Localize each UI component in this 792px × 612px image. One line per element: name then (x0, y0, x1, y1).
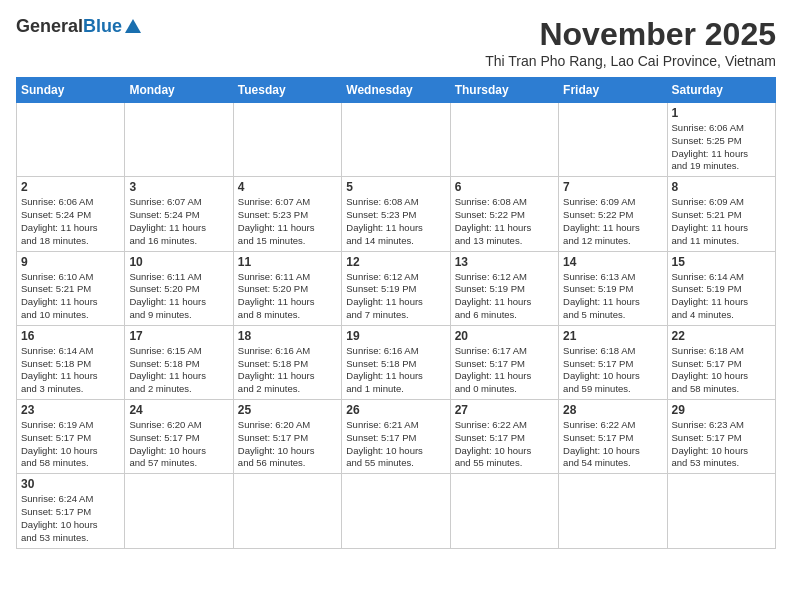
calendar-cell: 14Sunrise: 6:13 AM Sunset: 5:19 PM Dayli… (559, 251, 667, 325)
calendar-cell (667, 474, 775, 548)
calendar-week-row: 30Sunrise: 6:24 AM Sunset: 5:17 PM Dayli… (17, 474, 776, 548)
weekday-tuesday: Tuesday (233, 78, 341, 103)
calendar-cell: 19Sunrise: 6:16 AM Sunset: 5:18 PM Dayli… (342, 325, 450, 399)
location-subtitle: Thi Tran Pho Rang, Lao Cai Province, Vie… (485, 53, 776, 69)
day-number: 26 (346, 403, 445, 417)
day-info: Sunrise: 6:21 AM Sunset: 5:17 PM Dayligh… (346, 419, 445, 470)
weekday-wednesday: Wednesday (342, 78, 450, 103)
calendar-cell: 13Sunrise: 6:12 AM Sunset: 5:19 PM Dayli… (450, 251, 558, 325)
calendar-table: SundayMondayTuesdayWednesdayThursdayFrid… (16, 77, 776, 549)
calendar-cell: 30Sunrise: 6:24 AM Sunset: 5:17 PM Dayli… (17, 474, 125, 548)
day-number: 24 (129, 403, 228, 417)
calendar-cell: 17Sunrise: 6:15 AM Sunset: 5:18 PM Dayli… (125, 325, 233, 399)
calendar-week-row: 16Sunrise: 6:14 AM Sunset: 5:18 PM Dayli… (17, 325, 776, 399)
calendar-cell: 1Sunrise: 6:06 AM Sunset: 5:25 PM Daylig… (667, 103, 775, 177)
day-info: Sunrise: 6:20 AM Sunset: 5:17 PM Dayligh… (129, 419, 228, 470)
calendar-cell (450, 474, 558, 548)
calendar-cell: 16Sunrise: 6:14 AM Sunset: 5:18 PM Dayli… (17, 325, 125, 399)
calendar-cell: 22Sunrise: 6:18 AM Sunset: 5:17 PM Dayli… (667, 325, 775, 399)
weekday-friday: Friday (559, 78, 667, 103)
day-info: Sunrise: 6:19 AM Sunset: 5:17 PM Dayligh… (21, 419, 120, 470)
day-info: Sunrise: 6:16 AM Sunset: 5:18 PM Dayligh… (346, 345, 445, 396)
calendar-week-row: 9Sunrise: 6:10 AM Sunset: 5:21 PM Daylig… (17, 251, 776, 325)
title-section: November 2025 Thi Tran Pho Rang, Lao Cai… (485, 16, 776, 69)
svg-marker-0 (125, 19, 141, 33)
day-number: 11 (238, 255, 337, 269)
calendar-cell (125, 103, 233, 177)
day-number: 17 (129, 329, 228, 343)
day-number: 12 (346, 255, 445, 269)
day-number: 15 (672, 255, 771, 269)
calendar-cell: 18Sunrise: 6:16 AM Sunset: 5:18 PM Dayli… (233, 325, 341, 399)
calendar-cell: 25Sunrise: 6:20 AM Sunset: 5:17 PM Dayli… (233, 400, 341, 474)
calendar-cell: 24Sunrise: 6:20 AM Sunset: 5:17 PM Dayli… (125, 400, 233, 474)
day-number: 3 (129, 180, 228, 194)
day-info: Sunrise: 6:06 AM Sunset: 5:25 PM Dayligh… (672, 122, 771, 173)
calendar-cell: 27Sunrise: 6:22 AM Sunset: 5:17 PM Dayli… (450, 400, 558, 474)
day-number: 6 (455, 180, 554, 194)
day-number: 5 (346, 180, 445, 194)
calendar-week-row: 2Sunrise: 6:06 AM Sunset: 5:24 PM Daylig… (17, 177, 776, 251)
weekday-thursday: Thursday (450, 78, 558, 103)
day-number: 23 (21, 403, 120, 417)
day-info: Sunrise: 6:17 AM Sunset: 5:17 PM Dayligh… (455, 345, 554, 396)
calendar-cell: 10Sunrise: 6:11 AM Sunset: 5:20 PM Dayli… (125, 251, 233, 325)
day-info: Sunrise: 6:08 AM Sunset: 5:22 PM Dayligh… (455, 196, 554, 247)
day-number: 19 (346, 329, 445, 343)
day-number: 9 (21, 255, 120, 269)
day-info: Sunrise: 6:14 AM Sunset: 5:19 PM Dayligh… (672, 271, 771, 322)
calendar-cell (342, 474, 450, 548)
logo-icon (124, 17, 142, 35)
day-info: Sunrise: 6:11 AM Sunset: 5:20 PM Dayligh… (129, 271, 228, 322)
day-number: 21 (563, 329, 662, 343)
calendar-cell (450, 103, 558, 177)
day-number: 25 (238, 403, 337, 417)
calendar-cell: 21Sunrise: 6:18 AM Sunset: 5:17 PM Dayli… (559, 325, 667, 399)
calendar-cell: 6Sunrise: 6:08 AM Sunset: 5:22 PM Daylig… (450, 177, 558, 251)
day-number: 30 (21, 477, 120, 491)
weekday-sunday: Sunday (17, 78, 125, 103)
day-number: 27 (455, 403, 554, 417)
day-number: 14 (563, 255, 662, 269)
day-info: Sunrise: 6:07 AM Sunset: 5:24 PM Dayligh… (129, 196, 228, 247)
calendar-cell (125, 474, 233, 548)
day-info: Sunrise: 6:10 AM Sunset: 5:21 PM Dayligh… (21, 271, 120, 322)
calendar-cell (559, 103, 667, 177)
logo-general: General (16, 16, 83, 37)
day-number: 7 (563, 180, 662, 194)
weekday-monday: Monday (125, 78, 233, 103)
calendar-cell (17, 103, 125, 177)
calendar-cell: 26Sunrise: 6:21 AM Sunset: 5:17 PM Dayli… (342, 400, 450, 474)
day-info: Sunrise: 6:22 AM Sunset: 5:17 PM Dayligh… (563, 419, 662, 470)
day-info: Sunrise: 6:16 AM Sunset: 5:18 PM Dayligh… (238, 345, 337, 396)
day-number: 10 (129, 255, 228, 269)
calendar-cell: 4Sunrise: 6:07 AM Sunset: 5:23 PM Daylig… (233, 177, 341, 251)
day-number: 20 (455, 329, 554, 343)
day-info: Sunrise: 6:11 AM Sunset: 5:20 PM Dayligh… (238, 271, 337, 322)
day-info: Sunrise: 6:12 AM Sunset: 5:19 PM Dayligh… (346, 271, 445, 322)
day-info: Sunrise: 6:18 AM Sunset: 5:17 PM Dayligh… (563, 345, 662, 396)
calendar-cell: 3Sunrise: 6:07 AM Sunset: 5:24 PM Daylig… (125, 177, 233, 251)
day-number: 16 (21, 329, 120, 343)
day-number: 2 (21, 180, 120, 194)
weekday-header-row: SundayMondayTuesdayWednesdayThursdayFrid… (17, 78, 776, 103)
day-number: 18 (238, 329, 337, 343)
calendar-cell: 2Sunrise: 6:06 AM Sunset: 5:24 PM Daylig… (17, 177, 125, 251)
calendar-cell: 11Sunrise: 6:11 AM Sunset: 5:20 PM Dayli… (233, 251, 341, 325)
calendar-cell (233, 474, 341, 548)
logo: General Blue (16, 16, 142, 37)
day-info: Sunrise: 6:23 AM Sunset: 5:17 PM Dayligh… (672, 419, 771, 470)
calendar-week-row: 23Sunrise: 6:19 AM Sunset: 5:17 PM Dayli… (17, 400, 776, 474)
logo-blue: Blue (83, 16, 122, 37)
month-title: November 2025 (485, 16, 776, 53)
day-number: 22 (672, 329, 771, 343)
day-info: Sunrise: 6:06 AM Sunset: 5:24 PM Dayligh… (21, 196, 120, 247)
calendar-cell: 9Sunrise: 6:10 AM Sunset: 5:21 PM Daylig… (17, 251, 125, 325)
day-info: Sunrise: 6:24 AM Sunset: 5:17 PM Dayligh… (21, 493, 120, 544)
day-info: Sunrise: 6:20 AM Sunset: 5:17 PM Dayligh… (238, 419, 337, 470)
calendar-cell (233, 103, 341, 177)
calendar-cell (559, 474, 667, 548)
calendar-cell: 23Sunrise: 6:19 AM Sunset: 5:17 PM Dayli… (17, 400, 125, 474)
day-number: 1 (672, 106, 771, 120)
day-number: 29 (672, 403, 771, 417)
